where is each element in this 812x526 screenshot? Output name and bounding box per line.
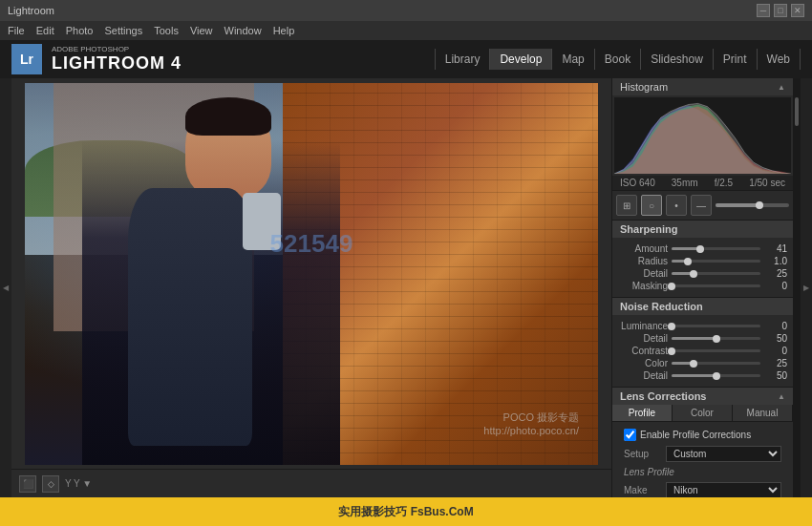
nr-detail-value: 50 <box>764 333 787 344</box>
sharpening-masking-label: Masking <box>618 281 668 291</box>
tool-slider[interactable] <box>716 203 789 207</box>
nr-detail2-label: Detail <box>618 370 668 381</box>
menu-photo[interactable]: Photo <box>66 25 94 36</box>
histogram-canvas <box>614 97 791 174</box>
make-label: Make <box>624 485 662 495</box>
enable-profile-label: Enable Profile Corrections <box>640 430 751 440</box>
poco-url: http://photo.poco.cn/ <box>483 425 579 436</box>
watermark-521649: 521549 <box>270 228 353 258</box>
maximize-button[interactable]: □ <box>774 4 787 17</box>
grid-tool-icon[interactable]: ⊞ <box>616 195 637 216</box>
app-subtitle: ADOBE PHOTOSHOP <box>52 45 182 53</box>
menu-window[interactable]: Window <box>224 25 262 36</box>
close-button[interactable]: ✕ <box>791 4 804 17</box>
histogram-header[interactable]: Histogram ▲ <box>612 78 793 95</box>
menu-view[interactable]: View <box>190 25 213 36</box>
nav-library[interactable]: Library <box>435 49 491 70</box>
tab-color[interactable]: Color <box>673 405 733 421</box>
footer-text: 实用摄影技巧 FsBus.CoM <box>338 504 473 520</box>
enable-profile-checkbox[interactable] <box>624 429 636 441</box>
menu-file[interactable]: File <box>8 25 25 36</box>
app-title: LIGHTROOM 4 <box>52 53 182 74</box>
center-panel: 521549 POCO 摄影专题 http://photo.poco.cn/ ⬛… <box>11 78 611 497</box>
setup-row: Setup Custom <box>618 444 787 464</box>
sharpening-masking-value: 0 <box>764 281 787 291</box>
camera-shutter: 1/50 sec <box>749 178 785 188</box>
camera-focal: 35mm <box>672 178 698 188</box>
nav-book[interactable]: Book <box>595 49 641 70</box>
minimize-button[interactable]: ─ <box>757 4 770 17</box>
lens-corrections-header[interactable]: Lens Corrections ▲ <box>612 388 793 405</box>
nr-detail-track[interactable] <box>672 337 760 340</box>
noise-reduction-header[interactable]: Noise Reduction <box>612 298 793 315</box>
make-select[interactable]: Nikon <box>666 482 781 497</box>
sharpening-detail-row: Detail 25 <box>618 268 787 279</box>
nr-color-value: 25 <box>764 358 787 368</box>
right-scrollbar[interactable] <box>793 78 801 497</box>
nr-detail2-row: Detail 50 <box>618 370 787 381</box>
main-area: ◀ <box>0 78 812 497</box>
histogram-title: Histogram <box>620 81 668 93</box>
camera-aperture: f/2.5 <box>715 178 733 188</box>
nr-detail2-value: 50 <box>764 370 787 381</box>
titlebar-title: Lightroom <box>8 5 54 16</box>
nav-develop[interactable]: Develop <box>490 49 552 70</box>
nav-map[interactable]: Map <box>552 49 594 70</box>
lens-profile-content: Enable Profile Corrections Setup Custom … <box>612 422 793 497</box>
color-label-icon[interactable]: ◇ <box>42 475 59 493</box>
sharpening-detail-label: Detail <box>618 268 668 279</box>
scrollbar-thumb[interactable] <box>795 97 799 126</box>
nr-detail-label: Detail <box>618 333 668 344</box>
nr-contrast-value: 0 <box>764 346 787 356</box>
dot-tool-icon[interactable]: • <box>666 195 687 216</box>
menu-settings[interactable]: Settings <box>104 25 142 36</box>
sharpening-section: Sharpening Amount 41 <box>612 221 793 298</box>
nav-web[interactable]: Web <box>758 49 801 70</box>
nr-contrast-track[interactable] <box>672 349 760 352</box>
nr-detail-fill <box>672 337 716 340</box>
nav-print[interactable]: Print <box>714 49 758 70</box>
sharpening-masking-row: Masking 0 <box>618 281 787 291</box>
circle-tool-icon[interactable]: ○ <box>641 195 662 216</box>
logo-area: ADOBE PHOTOSHOP LIGHTROOM 4 <box>52 45 182 74</box>
top-navigation: Lr ADOBE PHOTOSHOP LIGHTROOM 4 Library D… <box>0 40 812 78</box>
titlebar: Lightroom ─ □ ✕ <box>0 0 812 21</box>
nav-links: Library Develop Map Book Slideshow Print… <box>435 49 801 70</box>
nav-slideshow[interactable]: Slideshow <box>641 49 714 70</box>
nr-color-thumb <box>690 360 697 368</box>
right-panel-toggle[interactable]: ▶ <box>801 78 812 497</box>
dash-tool-icon[interactable]: — <box>691 195 712 216</box>
sharpening-masking-track[interactable] <box>672 284 760 287</box>
person-body <box>128 188 252 446</box>
flag-icon[interactable]: ⬛ <box>19 475 36 493</box>
right-panel: Histogram ▲ <box>611 78 793 497</box>
sharpening-radius-track[interactable] <box>672 260 760 263</box>
nr-color-label: Color <box>618 358 668 368</box>
sharpening-header[interactable]: Sharpening <box>612 221 793 238</box>
menu-help[interactable]: Help <box>273 25 295 36</box>
setup-select[interactable]: Custom <box>666 446 781 462</box>
photo-canvas: 521549 POCO 摄影专题 http://photo.poco.cn/ <box>25 83 598 465</box>
sharpening-radius-value: 1.0 <box>764 256 787 266</box>
menu-tools[interactable]: Tools <box>154 25 179 36</box>
sharpening-amount-label: Amount <box>618 243 668 254</box>
right-panel-container: Histogram ▲ <box>611 78 801 497</box>
left-panel-toggle[interactable]: ◀ <box>0 78 11 497</box>
nr-luminance-track[interactable] <box>672 325 760 327</box>
sharpening-detail-track[interactable] <box>672 272 760 275</box>
noise-reduction-section: Noise Reduction Luminance 0 <box>612 298 793 388</box>
sharpening-amount-track[interactable] <box>672 247 760 250</box>
sharpening-radius-label: Radius <box>618 256 668 266</box>
menu-edit[interactable]: Edit <box>36 25 54 36</box>
camera-info: ISO 640 35mm f/2.5 1/50 sec <box>612 176 793 190</box>
sharpening-content: Amount 41 Radius <box>612 238 793 297</box>
lens-profile-subtitle: Lens Profile <box>618 464 787 480</box>
nr-detail2-track[interactable] <box>672 374 760 377</box>
tab-profile[interactable]: Profile <box>612 405 673 421</box>
histogram-section: Histogram ▲ <box>612 78 793 191</box>
nr-luminance-row: Luminance 0 <box>618 321 787 331</box>
nr-detail2-thumb <box>713 372 720 380</box>
nr-color-track[interactable] <box>672 362 760 365</box>
right-panel-inner: Histogram ▲ <box>611 78 801 497</box>
tab-manual[interactable]: Manual <box>733 405 793 421</box>
